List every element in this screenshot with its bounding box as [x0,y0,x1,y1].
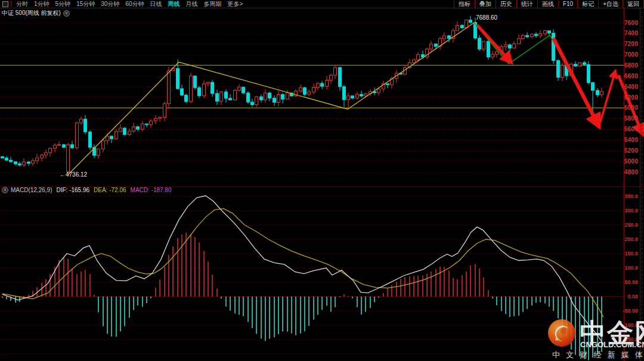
svg-text:6200: 6200 [624,94,639,101]
macd-header: ∨ MACD(12,26,9) DIF: -165.96 DEA: -72.06… [2,187,171,193]
trendlines [69,23,596,174]
svg-text:7600: 7600 [624,19,639,26]
svg-text:6400: 6400 [624,83,639,90]
watermark-slogan: 中 文 财 经 新 媒 体 [552,350,644,359]
svg-text:5800: 5800 [624,115,639,122]
period-tab[interactable]: 1分钟 [31,0,52,8]
mark-button[interactable]: 标记 [577,0,598,8]
period-tab[interactable]: 15分钟 [73,0,98,8]
macd-collapse-icon[interactable]: ∨ [2,187,8,193]
yellow-zigzag [69,23,474,174]
svg-text:50.00: 50.00 [624,279,638,285]
overlay-button[interactable]: 叠加 [475,0,496,8]
watermark-domain: CNGOLD.COM.CN [580,340,644,349]
f10-button[interactable]: F10 [558,1,577,7]
svg-text:5600: 5600 [624,125,639,132]
chart-canvas[interactable]: 7688.60←4736.127600740072007000680066006… [0,0,644,361]
svg-text:7200: 7200 [624,40,639,47]
macd-gridlines [0,196,624,354]
period-tabs: 分时1分钟5分钟15分钟30分钟60分钟日线周线月线多周期更多> [13,0,246,8]
svg-text:5000: 5000 [624,158,639,165]
back-button[interactable]: 返回 [623,0,644,8]
toolbar-divider [11,1,11,7]
period-tab[interactable]: 月线 [183,0,201,8]
price-annotation-label: ←4736.12 [60,171,88,178]
svg-text:300.0: 300.0 [624,208,638,214]
green-zigzag [474,23,596,117]
period-tab[interactable]: 30分钟 [98,0,122,8]
trend-arrow [553,38,599,126]
period-tab[interactable]: 日线 [147,0,165,8]
window-grid-icon[interactable] [2,1,8,7]
symbol-bar: 中证 500(周线 前复权) ∨ [2,9,70,17]
svg-text:6000: 6000 [624,104,639,111]
drawline-button[interactable]: 画线 [537,0,558,8]
svg-text:6800: 6800 [624,61,639,69]
svg-text:5200: 5200 [624,147,639,154]
svg-text:5400: 5400 [624,136,639,143]
svg-text:350.0: 350.0 [624,193,638,199]
period-tab[interactable]: 更多> [225,0,246,8]
svg-text:7400: 7400 [624,29,639,36]
svg-text:250.0: 250.0 [624,222,638,228]
toolbar-right-buttons: 指标叠加历史统计画线F10标记+自选返回 [454,0,644,8]
price-axis-labels: 7600740072007000680066006400620060005800… [624,19,639,175]
indicator-button[interactable]: 指标 [454,0,475,8]
svg-text:0.00: 0.00 [627,294,638,300]
svg-text:-50.00: -50.00 [623,308,638,314]
period-tab[interactable]: 周线 [165,0,183,8]
svg-text:7000: 7000 [624,51,639,58]
stats-button[interactable]: 统计 [516,0,537,8]
symbol-title: 中证 500(周线 前复权) [2,9,61,17]
price-annotation-label: 7688.60 [476,14,498,21]
svg-text:100.0: 100.0 [624,265,638,271]
add-watchlist-button[interactable]: +自选 [598,0,623,8]
history-button[interactable]: 历史 [496,0,516,8]
watermark: 中金网CNGOLD.COM.CN中 文 财 经 新 媒 体 [548,317,644,359]
right-strip-ticks [642,12,643,358]
svg-text:6600: 6600 [624,72,639,79]
period-tab[interactable]: 分时 [13,0,31,8]
svg-text:150.0: 150.0 [624,251,638,257]
dif-value: DIF: -165.96 [56,187,89,193]
dif-line [2,196,603,344]
annotation-arrows [477,25,642,134]
macd-indicator-name: MACD(12,26,9) [11,187,52,193]
trading-app-window: 7688.60←4736.127600740072007000680066006… [0,0,644,361]
svg-text:4800: 4800 [624,168,639,175]
macd-value: MACD: -187.80 [131,187,172,193]
dea-value: DEA: -72.06 [94,187,126,193]
period-tab[interactable]: 多周期 [201,0,225,8]
macd-lines [2,196,603,344]
collapse-icon[interactable]: ∨ [63,10,70,17]
svg-text:200.0: 200.0 [624,236,638,242]
period-tab[interactable]: 60分钟 [122,0,147,8]
period-tab[interactable]: 5分钟 [52,0,74,8]
period-toolbar: 分时1分钟5分钟15分钟30分钟60分钟日线周线月线多周期更多> 指标叠加历史统… [0,0,644,8]
